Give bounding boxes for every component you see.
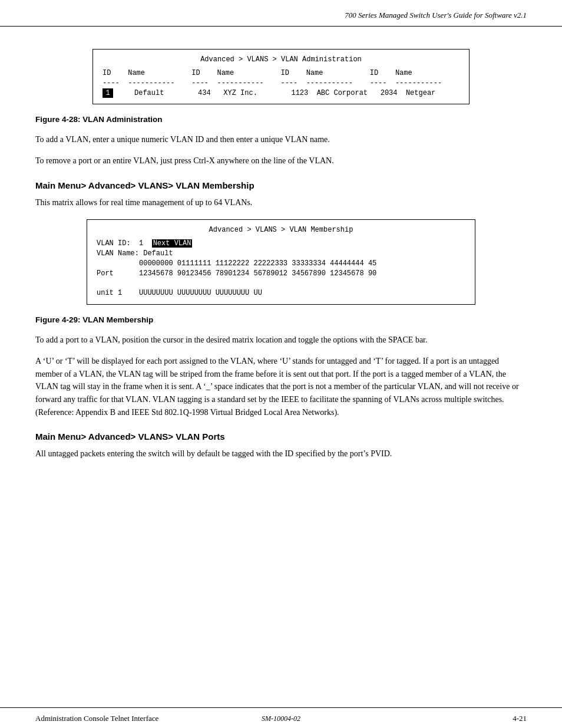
footer-left: Administration Console Telnet Interface bbox=[35, 714, 158, 723]
content-area: Advanced > VLANS > VLAN Administration I… bbox=[0, 27, 562, 480]
figure-29-box: Advanced > VLANS > VLAN Membership VLAN … bbox=[87, 219, 475, 305]
fig28-id1: 1 bbox=[103, 88, 113, 98]
section-vlan-membership-heading: Main Menu> Advanced> VLANS> VLAN Members… bbox=[35, 180, 527, 190]
footer-doc-id: SM-10004-02 bbox=[262, 714, 300, 723]
para-u-t: A ‘U’ or ‘T’ will be displayed for each … bbox=[35, 355, 527, 419]
page-footer: Administration Console Telnet Interface … bbox=[0, 707, 562, 728]
figure-28-title: Advanced > VLANS > VLAN Administration bbox=[103, 55, 459, 64]
para-port-add: To add a port to a VLAN, position the cu… bbox=[35, 334, 527, 347]
page-header: 700 Series Managed Switch User's Guide f… bbox=[0, 0, 562, 27]
header-title: 700 Series Managed Switch User's Guide f… bbox=[345, 11, 527, 19]
figure-29-content: VLAN ID: 1 Next VLAN VLAN Name: Default … bbox=[97, 239, 465, 298]
figure-28-content: ID Name ID Name ID Name ID Name ---- ---… bbox=[103, 68, 459, 98]
fig29-next-vlan: Next VLAN bbox=[152, 239, 193, 248]
para-vlan-remove: To remove a port or an entire VLAN, just… bbox=[35, 154, 527, 167]
figure-29-title: Advanced > VLANS > VLAN Membership bbox=[97, 226, 465, 234]
fig28-row1: Default 434 XYZ Inc. 1123 ABC Corporat 2… bbox=[113, 89, 435, 97]
fig29-vlanid-label: VLAN ID: 1 bbox=[97, 239, 152, 248]
page-container: 700 Series Managed Switch User's Guide f… bbox=[0, 0, 562, 728]
figure-29-caption: Figure 4-29: VLAN Membership bbox=[35, 315, 527, 324]
fig28-columns: ID Name ID Name ID Name ID Name ---- ---… bbox=[103, 69, 442, 87]
para-vlan-ports-intro: All untagged packets entering the switch… bbox=[35, 447, 527, 460]
section-vlan-ports-heading: Main Menu> Advanced> VLANS> VLAN Ports bbox=[35, 431, 527, 442]
para-vlan-membership-intro: This matrix allows for real time managem… bbox=[35, 196, 527, 209]
fig29-vlanname-label: VLAN Name: Default 00000000 01111111 111… bbox=[97, 249, 376, 297]
figure-28-box: Advanced > VLANS > VLAN Administration I… bbox=[92, 49, 470, 104]
figure-28-caption: Figure 4-28: VLAN Administration bbox=[35, 115, 527, 124]
footer-right: 4-21 bbox=[513, 714, 527, 723]
para-vlan-add: To add a VLAN, enter a unique numeric VL… bbox=[35, 133, 527, 146]
